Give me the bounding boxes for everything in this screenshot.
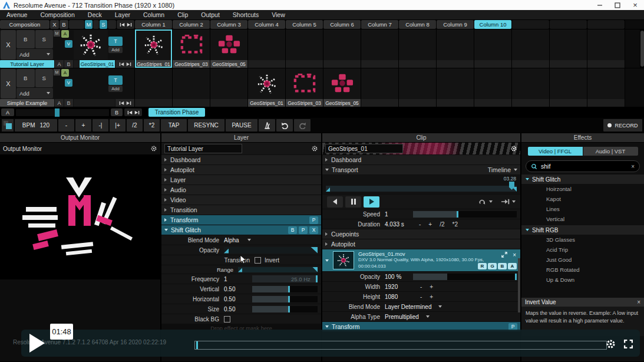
column-1-header[interactable]: Column 1 — [135, 20, 172, 29]
size-slider[interactable] — [252, 306, 318, 312]
layer-section-dashboard[interactable]: Dashboard — [161, 155, 321, 164]
layer2-master-button[interactable]: M — [54, 69, 60, 75]
width-minus-button[interactable]: - — [420, 284, 422, 290]
layer1-master-button[interactable]: M — [54, 30, 60, 37]
layer1-bypass-button[interactable]: B — [16, 30, 35, 48]
clip-cell-empty[interactable] — [437, 29, 474, 68]
clip-cell-r1c3[interactable]: GeoStripes_05 — [210, 29, 247, 68]
bpm-double-button[interactable]: *2 — [144, 119, 160, 131]
layer1-audio-button[interactable]: A — [61, 30, 69, 38]
expand-icon[interactable] — [501, 252, 507, 258]
effect-preset[interactable]: Acid Trip — [521, 245, 644, 255]
layer-name-input[interactable]: Tutorial Layer — [164, 144, 242, 153]
bpm-half-button[interactable]: /2 — [127, 119, 143, 131]
layer-panel-header[interactable]: Layer — [161, 133, 321, 142]
clip-file-info[interactable]: GeoStripes_01.mov DXV 3.0 Normal Quality… — [322, 249, 520, 271]
layer2-transition-button[interactable]: T — [108, 75, 123, 85]
crossfader-b-button[interactable]: B — [111, 108, 123, 116]
transform-p-button[interactable]: P — [309, 216, 318, 224]
pause-clip-button[interactable] — [345, 196, 361, 208]
clip-panel-scrollbar[interactable] — [518, 258, 520, 312]
menu-composition[interactable]: Composition — [34, 11, 81, 18]
layer-section-layer[interactable]: Layer — [161, 175, 321, 185]
layer2-add-dropdown[interactable]: Add — [16, 88, 53, 98]
menu-output[interactable]: Output — [194, 11, 226, 18]
redo-button[interactable] — [294, 119, 311, 131]
video-progress-marker[interactable] — [196, 341, 198, 349]
shift-glitch-x-button[interactable]: X — [309, 226, 318, 234]
alpha-type-select[interactable]: Premultiplied — [385, 314, 419, 320]
skip-back-icon[interactable] — [120, 22, 125, 27]
column-3-header[interactable]: Column 3 — [210, 20, 247, 29]
layer2-solo-button[interactable]: S — [35, 69, 54, 87]
range-slider[interactable] — [238, 267, 318, 272]
channel-g-button[interactable]: G — [488, 263, 497, 269]
pause-button[interactable]: PAUSE — [226, 119, 257, 131]
clip-cell-empty[interactable] — [399, 68, 436, 107]
chevron-down-icon[interactable] — [512, 200, 516, 203]
clip-cell-empty[interactable] — [361, 29, 398, 68]
clip-opacity-value[interactable]: 100 % — [385, 274, 413, 280]
tab-audio-vst[interactable]: Audio | VST — [583, 147, 638, 156]
duration-minus-button[interactable]: - — [419, 221, 421, 228]
skip-forward-icon[interactable] — [134, 110, 140, 115]
layer2-clear-button[interactable]: X — [1, 69, 16, 98]
gear-icon[interactable] — [311, 145, 318, 152]
layer1-add-small-button[interactable]: Add — [108, 47, 123, 53]
vertical-value[interactable]: 0.50 — [224, 286, 252, 292]
composition-mode-icon[interactable] — [2, 119, 14, 131]
tab-video-ffgl[interactable]: Video | FFGL — [528, 147, 583, 156]
layer1-transition-button[interactable]: T — [108, 37, 123, 46]
video-play-button[interactable] — [29, 334, 45, 353]
clip-cell-empty[interactable] — [512, 29, 549, 68]
clip-cell-r2c6[interactable]: GeoStripes_05 — [323, 68, 361, 107]
record-button[interactable]: RECORD — [603, 119, 642, 131]
frequency-value[interactable]: 1 — [224, 276, 252, 282]
effect-preset[interactable]: Hoirzontal — [521, 184, 644, 194]
crossfader-slider[interactable] — [16, 109, 109, 116]
frequency-hz-slider[interactable]: 25.0 Hz — [252, 275, 318, 282]
bpm-plus-button[interactable]: + — [75, 119, 91, 131]
clip-cell-empty[interactable] — [587, 29, 625, 68]
column-8-header[interactable]: Column 8 — [399, 20, 436, 29]
menu-shortcuts[interactable]: Shortcuts — [226, 11, 265, 18]
clip-blend-mode-select[interactable]: Layer Determined — [385, 304, 431, 310]
loop-mode-icon[interactable] — [478, 198, 487, 205]
effects-panel-header[interactable]: Effects — [521, 133, 644, 142]
opacity-slider[interactable] — [224, 247, 318, 254]
clip-cell-empty[interactable] — [474, 68, 511, 107]
black-bg-checkbox[interactable] — [224, 316, 230, 322]
layer1-skip-buttons[interactable] — [115, 60, 134, 68]
clip-cell-r1c2[interactable]: GeoStripes_03 — [173, 29, 210, 68]
clip-cell-empty[interactable] — [437, 68, 474, 107]
grid-scrollbar[interactable] — [640, 31, 644, 67]
search-input[interactable]: shif — [541, 163, 628, 170]
clip-panel-header[interactable]: Clip — [322, 133, 520, 142]
layer1-video-button[interactable]: V — [65, 40, 72, 48]
bpm-nudge-up-button[interactable]: |+ — [110, 119, 126, 131]
layer2-b-button[interactable]: B — [64, 99, 73, 107]
video-progress-bar[interactable] — [194, 341, 607, 350]
bpm-nudge-down-button[interactable]: -| — [93, 119, 108, 131]
layer2-active-clip-thumbnail[interactable] — [74, 69, 108, 98]
clip-name-input[interactable]: GeoStripes_01 — [325, 144, 403, 153]
play-backward-button[interactable] — [327, 196, 343, 208]
skip-back-icon[interactable] — [119, 101, 124, 106]
minimize-button[interactable] — [591, 0, 609, 10]
clip-cell-empty[interactable] — [135, 68, 172, 107]
bpm-display[interactable]: BPM 120 — [15, 119, 57, 131]
layer2-audio-button[interactable]: A — [61, 69, 69, 77]
channel-r-button[interactable]: R — [478, 263, 487, 269]
menu-column[interactable]: Column — [137, 11, 171, 18]
menu-avenue[interactable]: Avenue — [0, 11, 34, 18]
clip-section-autopilot[interactable]: Autopilot — [322, 239, 520, 249]
column-6-header[interactable]: Column 6 — [323, 20, 361, 29]
column-9-header[interactable]: Column 9 — [437, 20, 474, 29]
clip-cell-empty[interactable] — [210, 68, 247, 107]
layer1-active-clip-label[interactable]: GeoStripes_01 — [80, 60, 115, 68]
clip-cell-r1c1[interactable]: GeoStripes_01 — [135, 29, 172, 68]
clip-section-cuepoints[interactable]: Cuepoints — [322, 229, 520, 239]
clip-cell-empty[interactable] — [550, 29, 587, 68]
menu-view[interactable]: View — [265, 11, 292, 18]
composition-skip-buttons[interactable] — [117, 20, 134, 29]
